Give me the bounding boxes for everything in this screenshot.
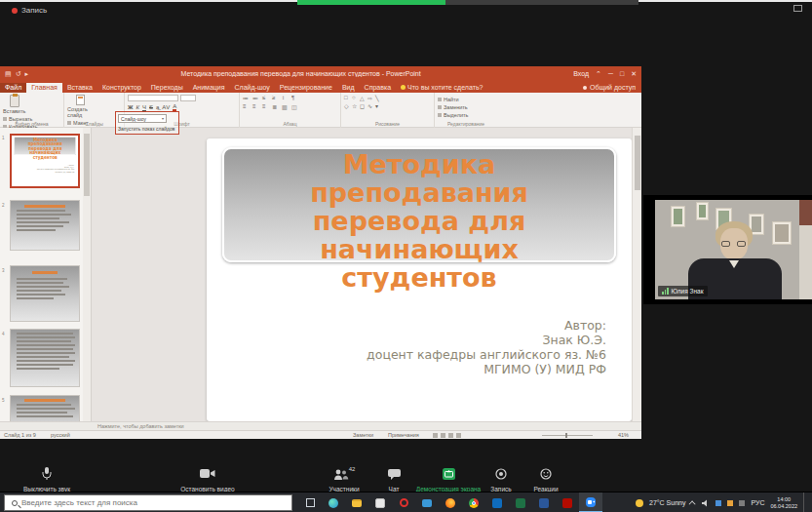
replace-button[interactable]: Заменить [438, 104, 468, 110]
indent-increase-button[interactable]: ≥ [272, 95, 281, 102]
participants-button[interactable]: 42 Участники [310, 466, 378, 492]
zoom-app-icon[interactable] [579, 492, 602, 512]
line-spacing-button[interactable]: ↕ [282, 95, 290, 102]
slide-thumbnail-panel[interactable]: 1 Методика преподавания перевода для нач… [0, 128, 92, 421]
text-direction-button[interactable]: ¶ [291, 95, 300, 102]
tab-file[interactable]: Файл [0, 83, 26, 93]
zoom-slider[interactable] [542, 435, 593, 436]
font-color-button[interactable]: А [173, 103, 176, 111]
editor-scrollbar[interactable] [632, 128, 641, 421]
tray-app-icon-1[interactable] [715, 500, 721, 506]
text-shadow-button[interactable]: а̲ [156, 104, 159, 110]
ppt-titlebar[interactable]: ▤ ↺ ▸ Методика преподавания перевода для… [0, 66, 641, 81]
show-desktop-button[interactable] [803, 492, 806, 512]
tab-insert[interactable]: Вставка [62, 83, 97, 93]
tab-review[interactable]: Рецензирование [275, 83, 337, 93]
numbering-button[interactable]: ≕ [252, 95, 261, 102]
tray-overflow-chevron[interactable] [689, 500, 696, 507]
task-view-icon[interactable] [298, 492, 322, 512]
tab-slideshow[interactable]: Слайд-шоу [230, 83, 275, 93]
tab-home[interactable]: Главная [26, 83, 62, 93]
slide-title-text[interactable]: Методика преподавания перевода для начин… [222, 150, 616, 292]
columns-button[interactable]: ▥ [282, 103, 290, 111]
comments-toggle[interactable]: Примечания [388, 432, 419, 438]
slide-thumbnail-3[interactable] [10, 265, 80, 322]
speaker-icon[interactable] [702, 499, 710, 507]
bullets-button[interactable]: ≔ [243, 95, 251, 102]
select-button[interactable]: Выделить [438, 112, 468, 118]
indent-decrease-button[interactable]: ≤ [262, 95, 271, 102]
shape-arrow-icon[interactable]: ⇨ [367, 95, 375, 102]
char-spacing-button[interactable]: АV [162, 104, 170, 110]
maximize-icon[interactable]: □ [620, 70, 624, 77]
tray-app-icon-2[interactable] [727, 500, 733, 506]
outlook-icon[interactable] [485, 492, 509, 512]
tab-design[interactable]: Конструктор [97, 83, 146, 93]
find-button[interactable]: Найти [438, 97, 468, 102]
mute-button[interactable]: Выключить звук [10, 466, 84, 492]
excel-icon[interactable] [509, 492, 532, 512]
language-indicator[interactable]: русский [51, 432, 70, 438]
slide-thumbnail-2[interactable] [10, 200, 80, 251]
font-size-combo[interactable] [180, 95, 196, 101]
weather-text[interactable]: 27°C Sunny [649, 499, 685, 506]
tell-me-box[interactable]: Что вы хотите сделать? [396, 83, 487, 93]
minimize-icon[interactable]: ─ [608, 70, 613, 77]
underline-button[interactable]: Ч [142, 104, 146, 110]
italic-button[interactable]: К [135, 104, 139, 110]
photos-icon[interactable] [368, 492, 392, 512]
reactions-button[interactable]: Реакции [524, 466, 567, 492]
notes-toggle[interactable]: Заметки [353, 432, 373, 438]
view-sorter-icon[interactable] [441, 433, 445, 438]
acrobat-icon[interactable] [556, 492, 579, 512]
shape-line-icon[interactable]: ╲ [375, 95, 383, 102]
tray-app-icon-3[interactable] [739, 500, 745, 506]
shape-diamond-icon[interactable]: ◇ [344, 102, 352, 110]
screen-share-controls-bar[interactable] [445, 0, 638, 5]
current-slide[interactable]: Методика преподавания перевода для начин… [207, 138, 632, 421]
stop-video-button[interactable]: Остановить видео [154, 466, 261, 492]
sign-in-button[interactable]: Вход [573, 70, 589, 77]
firefox-icon[interactable] [439, 492, 462, 512]
edge-icon[interactable] [322, 492, 345, 512]
align-right-button[interactable]: ≡ [262, 103, 271, 111]
share-screen-button[interactable]: Демонстрация экрана [407, 466, 489, 492]
shape-rect-icon[interactable]: □ [344, 95, 352, 102]
zoom-level[interactable]: 41% [618, 432, 629, 438]
undo-icon[interactable]: ↺ [16, 70, 21, 77]
slide-author-text[interactable]: Автор: Знак Ю.Э. доцент кафедры английск… [367, 318, 606, 376]
thumbnails-scrollbar[interactable] [83, 128, 91, 421]
shape-circle-icon[interactable]: ○ [352, 95, 360, 102]
smartart-button[interactable]: ◫ [291, 103, 300, 111]
chrome-icon[interactable] [462, 492, 485, 512]
view-reading-icon[interactable] [448, 433, 453, 438]
view-normal-icon[interactable] [433, 433, 438, 438]
language-indicator[interactable]: РУС [751, 499, 764, 506]
taskbar-search-box[interactable] [4, 494, 292, 511]
align-center-button[interactable]: ≡ [252, 103, 261, 111]
paste-button[interactable]: Вставить [3, 95, 25, 114]
mail-icon[interactable] [415, 492, 439, 512]
tab-view[interactable]: Вид [337, 83, 360, 93]
tab-animations[interactable]: Анимация [188, 83, 230, 93]
weather-sun-icon[interactable] [636, 499, 643, 507]
notes-pane[interactable]: Нажмите, чтобы добавить заметки [0, 421, 641, 430]
opera-icon[interactable] [392, 492, 415, 512]
file-explorer-icon[interactable] [345, 492, 368, 512]
shape-star-icon[interactable]: ☆ [352, 102, 360, 110]
shape-triangle-icon[interactable]: △ [360, 95, 367, 102]
shape-more-icon[interactable]: ▾ [375, 102, 383, 110]
share-document-button[interactable]: Общий доступ [583, 84, 636, 93]
webcam-tile[interactable]: Юлия Знак [643, 195, 812, 304]
taskbar-clock[interactable]: 14:00 06.04.2022 [770, 496, 797, 510]
tab-help[interactable]: Справка [360, 83, 396, 93]
save-icon[interactable]: ▤ [5, 70, 12, 77]
slide-thumbnail-5[interactable] [10, 395, 80, 421]
slide-thumbnail-4[interactable] [10, 329, 80, 387]
shape-callout-icon[interactable]: ◻ [360, 102, 367, 110]
new-slide-button[interactable]: Создать слайд [67, 95, 93, 118]
ribbon-options-icon[interactable]: ⌃ [596, 70, 601, 77]
close-icon[interactable]: ✕ [631, 70, 637, 77]
annotation-combo[interactable]: Слайд-шоу ▾ [118, 114, 167, 123]
view-slideshow-icon[interactable] [456, 433, 461, 438]
